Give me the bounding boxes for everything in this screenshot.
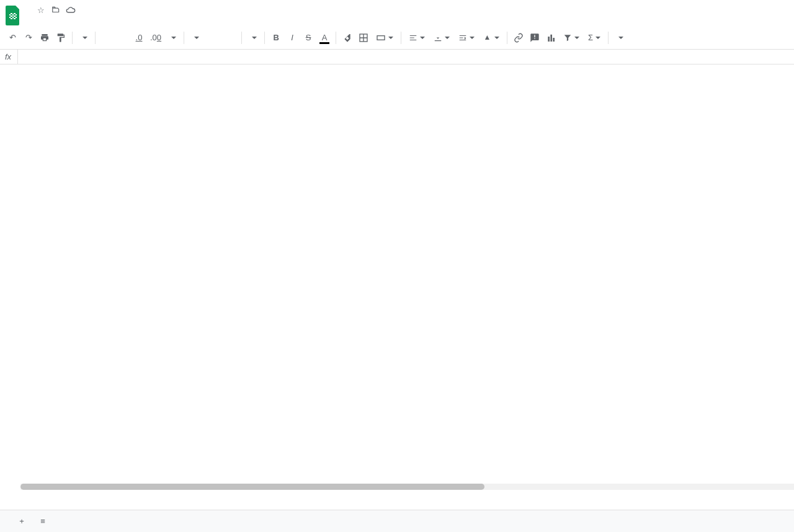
header: ☆ (0, 0, 794, 26)
ime-button[interactable] (612, 30, 627, 45)
currency-button[interactable] (99, 30, 114, 45)
all-sheets-button[interactable]: ≡ (33, 513, 52, 530)
doc-title[interactable] (26, 9, 31, 11)
link-button[interactable] (511, 30, 526, 45)
spreadsheet-grid[interactable] (0, 64, 794, 513)
horizontal-scrollbar[interactable] (20, 484, 794, 490)
font-size-select[interactable] (246, 30, 261, 45)
star-icon[interactable]: ☆ (36, 5, 46, 15)
paint-format-button[interactable] (53, 30, 68, 45)
move-icon[interactable] (51, 5, 61, 15)
cloud-icon[interactable] (66, 5, 76, 15)
bold-button[interactable]: B (269, 30, 283, 45)
svg-rect-1 (377, 35, 385, 40)
sheets-logo[interactable] (5, 5, 21, 26)
redo-button[interactable]: ↷ (21, 30, 36, 45)
v-align-button[interactable] (430, 30, 453, 45)
h-align-button[interactable] (405, 30, 429, 45)
fx-icon: fx (5, 52, 17, 61)
font-select[interactable] (188, 30, 238, 45)
strikethrough-button[interactable]: S (301, 30, 316, 45)
toolbar: ↶ ↷ .0 .00 B I S A Σ (0, 26, 794, 50)
fill-color-button[interactable] (340, 30, 355, 45)
increase-decimal-button[interactable]: .00 (148, 30, 164, 45)
functions-button[interactable]: Σ (584, 30, 604, 45)
add-sheet-button[interactable]: + (12, 513, 31, 530)
sheet-tab-bar: + ≡ (0, 510, 794, 532)
text-rotation-button[interactable] (480, 30, 503, 45)
merge-cells-button[interactable] (372, 30, 397, 45)
text-color-button[interactable]: A (317, 30, 332, 45)
zoom-select[interactable] (76, 30, 91, 45)
print-button[interactable] (37, 30, 52, 45)
filter-button[interactable] (560, 30, 583, 45)
comment-button[interactable] (527, 30, 542, 45)
number-format-select[interactable] (165, 30, 180, 45)
italic-button[interactable]: I (285, 30, 300, 45)
percent-button[interactable] (115, 30, 130, 45)
text-wrap-button[interactable] (455, 30, 478, 45)
chart-button[interactable] (543, 30, 558, 45)
formula-bar[interactable]: fx (0, 50, 794, 64)
decrease-decimal-button[interactable]: .0 (132, 30, 146, 45)
undo-button[interactable]: ↶ (5, 30, 20, 45)
borders-button[interactable] (356, 30, 371, 45)
